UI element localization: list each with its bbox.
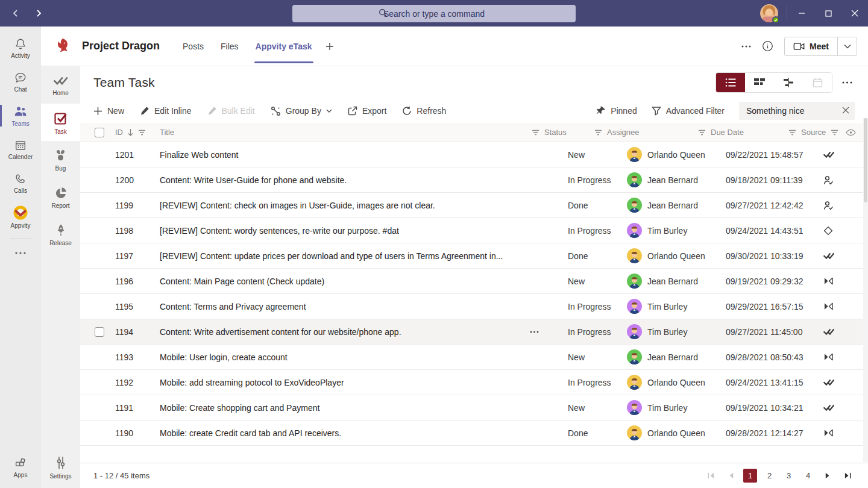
task-row-1192[interactable]: 1192 Mobile: add streaming potocol to Ex…: [80, 370, 868, 395]
filter-lines-icon[interactable]: [788, 130, 796, 136]
task-title[interactable]: [REVIEW] Content: update prices per down…: [160, 251, 530, 261]
tab-posts[interactable]: Posts: [183, 27, 204, 66]
rail-item-teams[interactable]: Teams: [0, 99, 41, 133]
tab-appvity-etask[interactable]: Appvity eTask: [256, 27, 312, 66]
sort-descending-icon[interactable]: [127, 128, 134, 136]
filter-lines-icon[interactable]: [698, 130, 706, 136]
task-title[interactable]: Mobile: Create shopping cart and Payment: [160, 403, 530, 413]
new-button[interactable]: New: [93, 106, 124, 116]
minimize-button[interactable]: [788, 0, 815, 27]
column-header-due-date[interactable]: Due Date: [711, 128, 744, 137]
module-item-task[interactable]: Task: [41, 104, 80, 141]
phone-icon: [14, 172, 27, 186]
task-row-1195[interactable]: 1195 Content: Terms and Privacy agreemen…: [80, 294, 868, 319]
calendar-view-button[interactable]: [803, 73, 832, 92]
bulk-edit-button[interactable]: Bulk Edit: [207, 106, 255, 116]
rail-item-calls[interactable]: Calls: [0, 166, 41, 200]
forward-button[interactable]: [30, 5, 47, 22]
task-title[interactable]: Mobile: User login, create account: [160, 352, 530, 362]
task-title[interactable]: [REVIEW] Content: wordy sentences, re-wr…: [160, 226, 530, 236]
gantt-view-button[interactable]: [774, 73, 803, 92]
task-title[interactable]: Content: Write advertisement content for…: [160, 327, 530, 337]
user-avatar[interactable]: [760, 4, 778, 22]
rail-item-appvity[interactable]: Appvity: [0, 200, 41, 234]
page-2-button[interactable]: 2: [763, 469, 776, 483]
task-title[interactable]: Mobile: add streaming potocol to ExoVide…: [160, 378, 530, 387]
refresh-button[interactable]: Refresh: [402, 106, 446, 116]
task-title[interactable]: Content: Write User-Guide for phone and …: [160, 175, 530, 185]
module-item-report[interactable]: Report: [41, 178, 80, 216]
last-page-button[interactable]: [840, 469, 855, 483]
filter-lines-icon[interactable]: [831, 130, 838, 136]
task-title[interactable]: [REVIEW] Content: check on images in Use…: [160, 201, 530, 210]
page-4-button[interactable]: 4: [801, 469, 815, 483]
rail-item-activity[interactable]: Activity: [0, 31, 41, 65]
task-title[interactable]: Content: Main Page content (Check update…: [160, 277, 530, 286]
board-view-button[interactable]: [745, 73, 774, 92]
row-checkbox[interactable]: [95, 327, 104, 337]
first-page-button[interactable]: [703, 469, 718, 483]
filter-lines-icon[interactable]: [594, 130, 602, 136]
command-search-input[interactable]: [292, 5, 576, 22]
filter-lines-icon[interactable]: [138, 130, 146, 136]
rail-item-label: Activity: [11, 52, 30, 59]
select-all-checkbox[interactable]: [95, 128, 104, 137]
channel-more-button[interactable]: [741, 45, 751, 48]
view-more-button[interactable]: [842, 81, 852, 84]
task-title[interactable]: Content: Terms and Privacy agreement: [160, 302, 530, 311]
column-header-title[interactable]: Title: [160, 128, 174, 137]
task-row-1191[interactable]: 1191 Mobile: Create shopping cart and Pa…: [80, 395, 868, 421]
meet-options-button[interactable]: [837, 37, 857, 55]
close-button[interactable]: [841, 0, 868, 27]
column-header-assignee[interactable]: Assignee: [607, 128, 639, 137]
task-title[interactable]: Finalize Web content: [160, 150, 530, 160]
vertical-scrollbar[interactable]: [863, 118, 868, 462]
task-toolbar: New Edit Inline Bulk Edit Group By Expor…: [80, 99, 868, 123]
module-item-home[interactable]: Home: [41, 66, 80, 104]
task-row-1193[interactable]: 1193 Mobile: User login, create account …: [80, 345, 868, 370]
filter-lines-icon[interactable]: [532, 130, 539, 136]
page-1-button[interactable]: 1: [743, 469, 757, 483]
page-3-button[interactable]: 3: [782, 469, 796, 483]
advanced-filter-button[interactable]: Advanced Filter: [652, 106, 725, 116]
task-due-date: 09/24/2021 13:41:15: [726, 378, 803, 387]
rail-item-chat[interactable]: Chat: [0, 65, 41, 99]
group-by-button[interactable]: Group By: [271, 106, 332, 116]
meet-button[interactable]: Meet: [785, 37, 837, 55]
back-button[interactable]: [7, 5, 24, 22]
module-item-bug[interactable]: Bug: [41, 141, 80, 178]
rail-item-label: Apps: [14, 472, 28, 478]
task-row-1196[interactable]: 1196 Content: Main Page content (Check u…: [80, 269, 868, 294]
clear-filter-button[interactable]: [841, 106, 850, 114]
task-row-1197[interactable]: 1197 [REVIEW] Content: update prices per…: [80, 243, 868, 269]
pinned-button[interactable]: Pinned: [596, 106, 637, 116]
channel-info-button[interactable]: [762, 40, 773, 52]
rail-item-apps[interactable]: Apps: [0, 451, 41, 484]
task-row-1200[interactable]: 1200 Content: Write User-Guide for phone…: [80, 167, 868, 193]
column-header-id[interactable]: ID: [115, 128, 123, 137]
tab-files[interactable]: Files: [221, 27, 239, 66]
column-header-source[interactable]: Source: [801, 128, 826, 137]
task-row-1201[interactable]: 1201 Finalize Web content New Orlando Qu…: [80, 142, 868, 167]
task-row-1199[interactable]: 1199 [REVIEW] Content: check on images i…: [80, 193, 868, 218]
module-item-settings[interactable]: Settings: [41, 448, 80, 486]
edit-inline-button[interactable]: Edit Inline: [140, 106, 191, 116]
maximize-button[interactable]: [815, 0, 841, 27]
column-header-status[interactable]: Status: [544, 128, 567, 137]
row-more-button[interactable]: [530, 331, 539, 333]
task-row-1198[interactable]: 1198 [REVIEW] Content: wordy sentences, …: [80, 218, 868, 243]
scrollbar-thumb[interactable]: [864, 118, 867, 202]
add-tab-button[interactable]: [326, 42, 334, 51]
eye-columns-icon[interactable]: [846, 129, 856, 136]
task-title[interactable]: Mobile: create Credit card tab and API r…: [160, 428, 530, 438]
prev-page-button[interactable]: [723, 469, 738, 483]
list-view-button[interactable]: [716, 73, 745, 92]
module-item-release[interactable]: Release: [41, 216, 80, 253]
task-row-1194[interactable]: 1194 Content: Write advertisement conten…: [80, 319, 868, 345]
rail-more-apps-button[interactable]: [0, 244, 41, 262]
next-page-button[interactable]: [820, 469, 835, 483]
task-row-1190[interactable]: 1190 Mobile: create Credit card tab and …: [80, 421, 868, 446]
export-button[interactable]: Export: [348, 106, 386, 116]
assignee-name: Orlando Queen: [647, 378, 705, 387]
rail-item-calendar[interactable]: Calender: [0, 133, 41, 166]
